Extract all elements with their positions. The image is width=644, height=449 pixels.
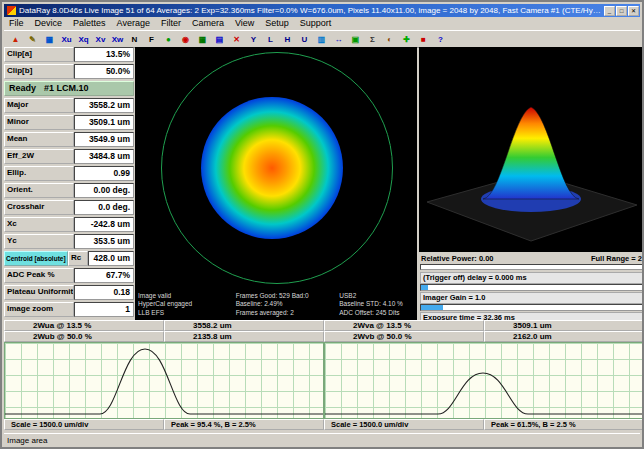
status-line: HyperCal engaged: [138, 300, 236, 309]
measurement-button[interactable]: Clip[b]: [4, 64, 74, 79]
v-profile-curve: [325, 343, 643, 418]
grid-icon[interactable]: ▦: [195, 32, 210, 47]
capture-arrow-icon[interactable]: ▲: [8, 32, 23, 47]
clip-rows: Clip[a] 13.5% Clip[b] 50.0%: [4, 47, 134, 79]
centroid-mode-button[interactable]: Centroid [absolute]: [4, 251, 68, 266]
v-scale-label: Scale = 1500.0 um/div: [324, 419, 484, 430]
add-icon[interactable]: ✚: [399, 32, 414, 47]
l-button[interactable]: L: [263, 32, 278, 47]
monitor-icon[interactable]: ▣: [348, 32, 363, 47]
menu-item[interactable]: View: [235, 17, 254, 30]
beam-3d-view[interactable]: [419, 47, 644, 252]
app-icon: [7, 6, 16, 15]
close-button[interactable]: ✕: [628, 6, 639, 16]
rc-value: 428.0 um: [88, 251, 134, 266]
ready-status-button[interactable]: Ready #1 LCM.10: [4, 81, 134, 96]
beam-2d-view[interactable]: Image validHyperCal engagedLLB EFS Frame…: [135, 47, 417, 320]
status-line: Baseline STD: 4.10 %: [339, 300, 417, 309]
clear-x-icon[interactable]: ✕: [229, 32, 244, 47]
measurement-value: 50.0%: [74, 64, 134, 79]
power-panel: Relative Power: 0.00 Full Range = 2 (Tri…: [419, 254, 644, 318]
menu-item[interactable]: Palettes: [73, 17, 106, 30]
main-rows: Major 3558.2 um Minor 3509.1 um Mean 354…: [4, 98, 134, 249]
beam-circle-icon[interactable]: ●: [161, 32, 176, 47]
measurement-row: Major 3558.2 um: [4, 98, 134, 113]
target-icon[interactable]: ◉: [178, 32, 193, 47]
device-label: #1 LCM.10: [44, 83, 89, 94]
measurement-button[interactable]: Plateau Uniformity: [4, 285, 74, 300]
maximize-button[interactable]: □: [616, 6, 627, 16]
measurement-value: 13.5%: [74, 47, 134, 62]
rc-button[interactable]: Rc: [68, 251, 88, 266]
imager-gain-slider[interactable]: [420, 304, 643, 311]
v-width-a-button[interactable]: 2Wva @ 13.5 %: [324, 320, 484, 331]
u-width-a-value: 3558.2 um: [164, 320, 324, 331]
measurement-button[interactable]: Clip[a]: [4, 47, 74, 62]
tail-rows: ADC Peak % 67.7% Plateau Uniformity 0.18…: [4, 268, 134, 317]
measurement-row: Xc -242.8 um: [4, 217, 134, 232]
trigger-delay-label[interactable]: (Trigger off) delay = 0.000 ms: [420, 272, 643, 284]
menu-item[interactable]: Average: [117, 17, 150, 30]
measurement-button[interactable]: Image zoom: [4, 302, 74, 317]
imager-gain-label[interactable]: Imager Gain = 1.0: [420, 292, 643, 304]
measurement-row: Mean 3549.9 um: [4, 132, 134, 147]
help-icon[interactable]: ?: [433, 32, 448, 47]
measurement-row: ADC Peak % 67.7%: [4, 268, 134, 283]
u-profile-plot: [4, 342, 324, 419]
measurement-row: Image zoom 1: [4, 302, 134, 317]
measurement-button[interactable]: Eff_2W: [4, 149, 74, 164]
profiles-icon[interactable]: ▤: [212, 32, 227, 47]
palette-icon[interactable]: ▦: [42, 32, 57, 47]
u-width-a-button[interactable]: 2Wua @ 13.5 %: [4, 320, 164, 331]
menu-item[interactable]: File: [9, 17, 24, 30]
histogram-icon[interactable]: ▥: [314, 32, 329, 47]
window-controls: _ □ ✕: [604, 6, 639, 16]
menu-item[interactable]: Support: [300, 17, 332, 30]
measurement-value: 0.0 deg.: [74, 200, 134, 215]
measurement-button[interactable]: Yc: [4, 234, 74, 249]
minimize-button[interactable]: _: [604, 6, 615, 16]
xv-axis-button[interactable]: Xv: [93, 32, 108, 47]
measurement-row: Plateau Uniformity 0.18: [4, 285, 134, 300]
pan-arrows-icon[interactable]: ↔: [331, 32, 346, 47]
measurement-value: 0.99: [74, 166, 134, 181]
ready-label: Ready: [9, 83, 36, 94]
dataray-window: DataRay 8.0D46s Live Image 51 of 64 Aver…: [0, 0, 644, 449]
gauge-icon[interactable]: ◐: [382, 32, 397, 47]
pencil-icon[interactable]: ✎: [25, 32, 40, 47]
menu-item[interactable]: Filter: [161, 17, 181, 30]
status-line: Baseline: 2.49%: [236, 300, 340, 309]
xw-axis-button[interactable]: Xw: [110, 32, 125, 47]
measurement-button[interactable]: Crosshair: [4, 200, 74, 215]
measurement-row: Ellip. 0.99: [4, 166, 134, 181]
u-button[interactable]: U: [297, 32, 312, 47]
measurement-button[interactable]: Mean: [4, 132, 74, 147]
xu-axis-button[interactable]: Xu: [59, 32, 74, 47]
measurement-button[interactable]: Major: [4, 98, 74, 113]
n-button[interactable]: N: [127, 32, 142, 47]
measurement-button[interactable]: Xc: [4, 217, 74, 232]
measurement-button[interactable]: Orient.: [4, 183, 74, 198]
y-button[interactable]: Y: [246, 32, 261, 47]
v-width-b-button[interactable]: 2Wvb @ 50.0 %: [324, 331, 484, 342]
measurement-value: 1: [74, 302, 134, 317]
trigger-delay-slider[interactable]: [420, 284, 643, 291]
f-button[interactable]: F: [144, 32, 159, 47]
sum-icon[interactable]: Σ: [365, 32, 380, 47]
measurement-row: Clip[a] 13.5%: [4, 47, 134, 62]
menu-item[interactable]: Device: [35, 17, 63, 30]
measurement-value: 67.7%: [74, 268, 134, 283]
measurement-row: Orient. 0.00 deg.: [4, 183, 134, 198]
h-button[interactable]: H: [280, 32, 295, 47]
u-width-b-value: 2135.8 um: [164, 331, 324, 342]
measurement-button[interactable]: Minor: [4, 115, 74, 130]
record-icon[interactable]: ■: [416, 32, 431, 47]
menu-bar: FileDevicePalettesAverageFilterCameraVie…: [4, 17, 640, 30]
measurement-button[interactable]: Ellip.: [4, 166, 74, 181]
v-width-b-value: 2162.0 um: [484, 331, 644, 342]
menu-item[interactable]: Camera: [192, 17, 224, 30]
measurement-button[interactable]: ADC Peak %: [4, 268, 74, 283]
xq-axis-button[interactable]: Xq: [76, 32, 91, 47]
u-width-b-button[interactable]: 2Wub @ 50.0 %: [4, 331, 164, 342]
menu-item[interactable]: Setup: [265, 17, 289, 30]
